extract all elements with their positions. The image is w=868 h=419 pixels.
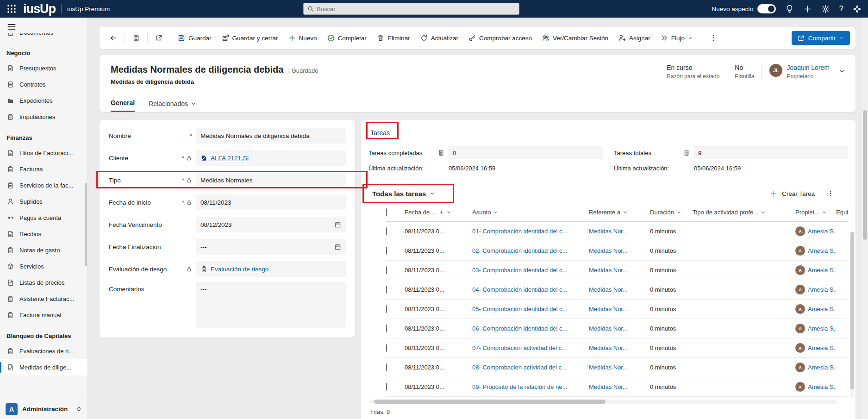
row-checkbox[interactable] [386, 344, 387, 352]
column-header-referente[interactable]: Referente a [589, 209, 650, 216]
sidebar-item-notas-de-gasto[interactable]: Notas de gasto [0, 242, 87, 258]
sidebar-item-expedientes[interactable]: Expedientes [0, 93, 87, 109]
more-commands-button[interactable] [705, 31, 722, 44]
task-subject-link[interactable]: 06- Comprobación identidad del c... [472, 325, 567, 332]
task-regarding-link[interactable]: Medidas Nor... [589, 306, 628, 313]
task-owner-link[interactable]: Amesia S... [808, 364, 836, 371]
owner-name-link[interactable]: Joaquin Lorem [787, 64, 830, 71]
save-button[interactable]: Guardar [173, 31, 216, 44]
task-regarding-link[interactable]: Medidas Nor... [589, 344, 628, 351]
task-owner-link[interactable]: Amesia S... [808, 325, 836, 332]
new-look-toggle[interactable] [757, 4, 776, 13]
global-search-box[interactable] [303, 3, 519, 15]
settings-gear-icon[interactable] [821, 5, 830, 13]
flow-button[interactable]: Flujo [656, 31, 698, 44]
table-row[interactable]: 08/11/2023 0... 03- Comprobación identid… [386, 261, 848, 280]
column-header-fecha[interactable]: Fecha de ... [405, 209, 472, 216]
sidebar-item-factura-manual[interactable]: Factura manual [0, 307, 87, 323]
column-header-equipo[interactable]: Equi [836, 209, 848, 216]
sidebar-item-recibos[interactable]: Recibos [0, 226, 87, 242]
task-owner-link[interactable]: Amesia S... [808, 267, 836, 274]
row-checkbox[interactable] [386, 227, 387, 235]
table-row[interactable]: 08/11/2023 0... 05- Comprobación identid… [386, 300, 848, 319]
scrollbar-thumb[interactable] [863, 110, 867, 240]
cliente-lookup[interactable]: ALFA 2121,SL [196, 150, 346, 166]
grid-vertical-scrollbar[interactable] [850, 231, 854, 398]
popout-button[interactable] [150, 31, 167, 44]
tab-general[interactable]: General [111, 99, 135, 112]
sidebar-item-facturas[interactable]: Facturas [0, 161, 87, 177]
row-checkbox[interactable] [386, 305, 387, 313]
row-checkbox[interactable] [386, 286, 387, 294]
sidebar-item-servicios-factura[interactable]: Servicios de la fac... [0, 177, 87, 194]
sidebar-item-imputaciones[interactable]: Imputaciones [0, 109, 87, 125]
grid-horizontal-scrollbar[interactable] [369, 400, 837, 404]
new-button[interactable]: Nuevo [284, 31, 322, 44]
task-subject-link[interactable]: 08- Comprobacion actividad del c... [472, 364, 567, 371]
task-owner-link[interactable]: Amesia S... [808, 344, 836, 351]
search-input[interactable] [317, 6, 515, 13]
save-and-close-button[interactable]: Guardar y cerrar [217, 31, 283, 44]
tab-relacionados[interactable]: Relacionados [149, 99, 196, 112]
quick-create-plus-icon[interactable] [803, 5, 812, 13]
calendar-icon[interactable] [334, 244, 341, 250]
task-subject-link[interactable]: 07- Comprobacion actividad del c... [472, 344, 567, 351]
tareas-totales-input[interactable]: 9 [693, 146, 848, 159]
column-header-duracion[interactable]: Duración [650, 209, 693, 216]
sidebar-item-presupuestos[interactable]: Presupuestos [0, 60, 87, 76]
lightbulb-icon[interactable] [785, 5, 794, 13]
task-regarding-link[interactable]: Medidas Nor... [589, 383, 628, 390]
column-header-propietario[interactable]: Propiet... [795, 209, 836, 216]
task-regarding-link[interactable]: Medidas Nor... [589, 228, 628, 235]
cliente-link[interactable]: ALFA 2121,SL [211, 155, 250, 162]
column-header-tipo-actividad[interactable]: Tipo de actividad profe... [693, 209, 795, 216]
table-row[interactable]: 08/11/2023 0... 01- Comprobación identid… [386, 222, 848, 241]
select-all-checkbox[interactable] [386, 208, 387, 216]
fecha-inicio-input[interactable]: 08/11/2023 [196, 194, 346, 210]
task-owner-link[interactable]: Amesia S... [808, 306, 836, 313]
grid-more-commands-icon[interactable] [827, 190, 834, 197]
sidebar-item-suplidos[interactable]: Suplidos [0, 194, 87, 210]
sidebar-item-medidas-diligencia[interactable]: Medidas de dilige... [0, 359, 87, 375]
row-checkbox[interactable] [386, 247, 387, 255]
row-checkbox[interactable] [386, 383, 387, 391]
evaluacion-lookup[interactable]: Evaluación de riesgo [196, 261, 346, 277]
tipo-input[interactable]: Medidas Normales [196, 172, 346, 188]
view-change-session-button[interactable]: Ver/Cambiar Sesión [537, 31, 613, 44]
sidebar-item-listas-de-precios[interactable]: Listas de precios [0, 275, 87, 291]
task-owner-link[interactable]: Amesia S... [808, 228, 836, 235]
header-expand-chevron-icon[interactable] [839, 68, 845, 75]
show-chart-pane-button[interactable] [128, 31, 144, 44]
table-row[interactable]: 08/11/2023 0... 09- Propósito de la rela… [386, 377, 848, 397]
sidebar-item-asistente-facturacion[interactable]: Asistente Facturac... [0, 291, 87, 307]
sidebar-item-documentos[interactable]: Documentos [0, 33, 87, 40]
task-owner-link[interactable]: Amesia S... [808, 247, 836, 254]
copilot-icon[interactable] [853, 5, 862, 13]
task-owner-link[interactable]: Amesia S... [808, 383, 836, 390]
sitemap-hamburger-icon[interactable] [7, 22, 16, 31]
refresh-button[interactable]: Actualizar [416, 31, 463, 44]
task-subject-link[interactable]: 05- Comprobación identidad del c... [472, 306, 567, 313]
assign-button[interactable]: Asignar [614, 31, 655, 44]
table-row[interactable]: 08/11/2023 0... 04- Comprobación identid… [386, 280, 848, 300]
create-task-button[interactable]: Crear Tarea [770, 190, 815, 197]
check-access-button[interactable]: Comprobar acceso [464, 31, 537, 44]
calendar-icon[interactable] [334, 221, 341, 228]
table-row[interactable]: 08/11/2023 0... 07- Comprobacion activid… [386, 338, 848, 358]
comentarios-textarea[interactable]: --- [196, 282, 346, 328]
grid-view-selector[interactable]: Todas las tareas [368, 188, 439, 200]
table-row[interactable]: 08/11/2023 0... 06- Comprobación identid… [386, 319, 848, 338]
table-row[interactable]: 08/11/2023 0... 08- Comprobacion activid… [386, 358, 848, 377]
share-button[interactable]: Compartir [792, 31, 850, 45]
environment-picker[interactable]: A Administración [0, 399, 87, 419]
task-subject-link[interactable]: 01- Comprobación identidad del c... [472, 228, 567, 235]
task-regarding-link[interactable]: Medidas Nor... [589, 247, 628, 254]
row-checkbox[interactable] [386, 325, 387, 332]
task-subject-link[interactable]: 04- Comprobación identidad del c... [472, 286, 567, 293]
sidebar-item-hitos-facturacion[interactable]: Hitos de Facturaci... [0, 145, 87, 161]
fecha-vencimiento-input[interactable]: 08/12/2023 [196, 217, 346, 232]
row-checkbox[interactable] [386, 266, 387, 274]
task-regarding-link[interactable]: Medidas Nor... [589, 267, 628, 274]
scrollbar-thumb[interactable] [850, 232, 854, 389]
row-checkbox[interactable] [386, 363, 387, 371]
